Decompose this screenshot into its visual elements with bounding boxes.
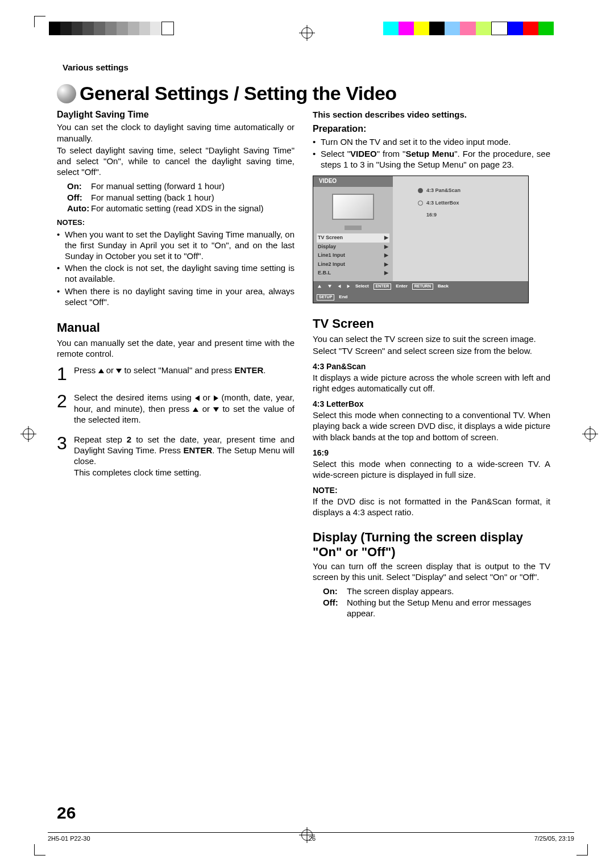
list-item: When you want to set the Daylight Saving… bbox=[57, 229, 294, 262]
section-bullet-icon bbox=[57, 84, 76, 103]
tv-icon bbox=[327, 191, 379, 230]
step: 2 Select the desired items using or (mon… bbox=[57, 392, 294, 425]
body-text: You can select the TV screen size to sui… bbox=[313, 333, 550, 344]
definition: For automatic setting (read XDS in the s… bbox=[91, 203, 263, 214]
heading: Daylight Saving Time bbox=[57, 109, 294, 120]
definition-list: On:The screen display appears. Off:Nothi… bbox=[323, 586, 550, 619]
radio-on-icon bbox=[418, 188, 423, 193]
breadcrumb: Various settings bbox=[63, 62, 551, 72]
term: Auto: bbox=[67, 203, 91, 214]
definition: For manual setting (forward 1 hour) bbox=[91, 181, 225, 191]
footer-timestamp: 7/25/05, 23:19 bbox=[534, 835, 574, 842]
definition: The screen display appears. bbox=[347, 586, 454, 596]
definition-list: On:For manual setting (forward 1 hour) O… bbox=[67, 181, 294, 214]
list-item: Select "VIDEO" from "Setup Menu". For th… bbox=[313, 148, 550, 170]
term: Off: bbox=[323, 597, 347, 619]
osd-hint-bar: Select ENTER Enter RETURN Back SETUP End bbox=[313, 281, 528, 303]
step: 3 Repeat step 2 to set the date, year, p… bbox=[57, 434, 294, 478]
list-item: When the clock is not set, the daylight … bbox=[57, 262, 294, 284]
sub-heading: 4:3 LetterBox bbox=[313, 399, 550, 410]
heading: Manual bbox=[57, 320, 294, 336]
body-text: This section describes video settings. bbox=[313, 110, 467, 119]
definition: For manual setting (back 1 hour) bbox=[91, 192, 214, 203]
body-text: To select daylight saving time, select "… bbox=[57, 145, 294, 178]
triangle-right-icon bbox=[214, 395, 218, 401]
body-text: Select "TV Screen" and select screen siz… bbox=[313, 345, 550, 356]
body-text: Select this mode when connecting to a wi… bbox=[313, 458, 550, 480]
triangle-down-icon bbox=[213, 407, 219, 412]
body-text: You can turn off the screen display that… bbox=[313, 561, 550, 582]
step-text: Repeat step 2 to set the date, year, pre… bbox=[74, 434, 294, 478]
heading: TV Screen bbox=[313, 316, 550, 332]
sub-heading: 16:9 bbox=[313, 448, 550, 458]
right-column: This section describes video settings. P… bbox=[313, 109, 550, 622]
radio-off-icon bbox=[418, 201, 423, 206]
triangle-left-icon bbox=[195, 395, 200, 401]
crop-mark-icon bbox=[576, 844, 588, 856]
notes-heading: NOTES: bbox=[57, 218, 294, 228]
footer-page: 26 bbox=[309, 835, 316, 842]
registration-mark-icon bbox=[20, 426, 36, 442]
term: Off: bbox=[67, 192, 91, 203]
left-column: Daylight Saving Time You can set the clo… bbox=[57, 109, 294, 622]
body-text: You can set the clock to daylight saving… bbox=[57, 122, 294, 143]
list-item: Turn ON the TV and set it to the video i… bbox=[313, 136, 550, 147]
print-page: Various settings General Settings / Sett… bbox=[0, 0, 614, 868]
color-calibration-bar bbox=[383, 22, 554, 35]
prep-list: Turn ON the TV and set it to the video i… bbox=[313, 136, 550, 170]
crop-mark-icon bbox=[34, 16, 45, 27]
triangle-up-icon bbox=[193, 407, 198, 412]
step-list: 1 Press or to select "Manual" and press … bbox=[57, 365, 294, 477]
page-title: General Settings / Setting the Video bbox=[80, 82, 397, 105]
body-text: You can manually set the date, year and … bbox=[57, 337, 294, 359]
osd-item: TV Screen▶ bbox=[317, 233, 389, 243]
step-text: Select the desired items using or (month… bbox=[74, 392, 294, 425]
osd-header: VIDEO bbox=[313, 176, 393, 187]
body-text: Select this mode when connecting to a co… bbox=[313, 410, 550, 443]
notes-list: When you want to set the Daylight Saving… bbox=[57, 229, 294, 307]
step: 1 Press or to select "Manual" and press … bbox=[57, 365, 294, 383]
notes-heading: NOTE: bbox=[313, 486, 550, 496]
page-number: 26 bbox=[57, 803, 76, 823]
print-footer: 2H5-01 P22-30 26 7/25/05, 23:19 bbox=[48, 832, 574, 842]
heading: Preparation: bbox=[313, 123, 550, 135]
registration-mark-icon bbox=[582, 426, 598, 442]
term: On: bbox=[67, 181, 91, 191]
footer-file: 2H5-01 P22-30 bbox=[48, 835, 90, 842]
triangle-up-icon bbox=[98, 369, 104, 373]
step-number: 1 bbox=[57, 365, 74, 383]
osd-menu-figure: VIDEO TV Screen▶ Display▶ Line1 Input▶ L… bbox=[313, 176, 529, 303]
osd-item: Line2 Input▶ bbox=[317, 260, 389, 269]
body-text: It displays a wide picture across the wh… bbox=[313, 372, 550, 394]
heading: Display (Turning the screen display "On"… bbox=[313, 530, 550, 559]
step-number: 3 bbox=[57, 434, 74, 478]
page-content: Various settings General Settings / Sett… bbox=[57, 62, 551, 622]
term: On: bbox=[323, 586, 347, 596]
list-item: When there is no daylight saving time in… bbox=[57, 286, 294, 307]
registration-mark-icon bbox=[299, 25, 315, 41]
osd-left-pane: VIDEO TV Screen▶ Display▶ Line1 Input▶ L… bbox=[313, 176, 393, 281]
definition: Nothing but the Setup Menu and error mes… bbox=[347, 597, 550, 619]
step-number: 2 bbox=[57, 392, 74, 425]
osd-right-pane: 4:3 Pan&Scan 4:3 LetterBox 16:9 bbox=[393, 176, 528, 281]
step-text: Press or to select "Manual" and press EN… bbox=[74, 365, 294, 383]
osd-item: Line1 Input▶ bbox=[317, 251, 389, 260]
triangle-down-icon bbox=[116, 369, 122, 373]
sub-heading: 4:3 Pan&Scan bbox=[313, 362, 550, 372]
osd-item: Display▶ bbox=[317, 243, 389, 252]
gray-calibration-bar bbox=[49, 22, 174, 35]
crop-mark-icon bbox=[34, 844, 45, 856]
body-text: If the DVD disc is not formatted in the … bbox=[313, 496, 550, 518]
osd-item: E.B.L▶ bbox=[317, 269, 389, 278]
